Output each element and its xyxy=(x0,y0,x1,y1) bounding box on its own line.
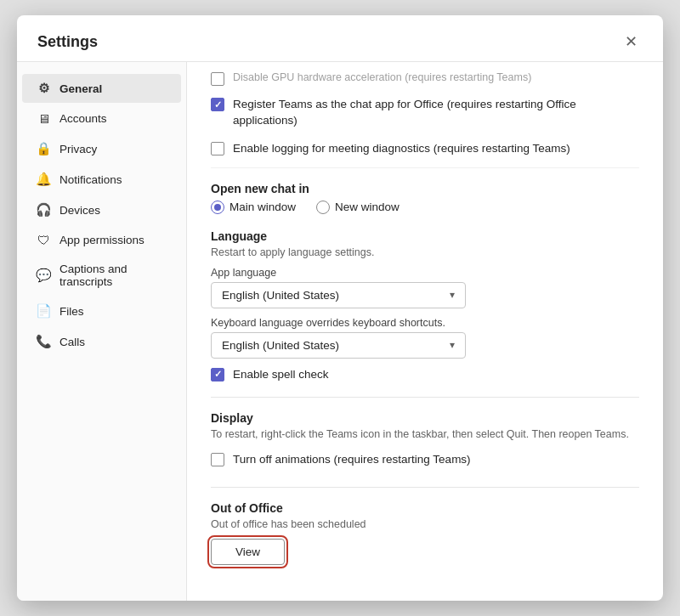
sidebar-item-files[interactable]: 📄 Files xyxy=(22,297,181,325)
animations-label: Turn off animations (requires restarting… xyxy=(233,452,471,468)
sidebar-item-privacy[interactable]: 🔒 Privacy xyxy=(22,134,181,163)
dialog-title: Settings xyxy=(37,33,98,51)
keyboard-language-value: English (United States) xyxy=(222,339,339,352)
spell-check-checkbox[interactable] xyxy=(211,368,224,381)
gpu-checkbox-row: Disable GPU hardware acceleration (requi… xyxy=(211,69,639,88)
top-checkboxes-section: Disable GPU hardware acceleration (requi… xyxy=(211,69,639,168)
spell-check-label: Enable spell check xyxy=(233,368,329,381)
display-section: Display To restart, right-click the Team… xyxy=(211,411,639,472)
sidebar: ⚙ General 🖥 Accounts 🔒 Privacy 🔔 Notific… xyxy=(17,62,187,601)
view-out-of-office-button[interactable]: View xyxy=(211,539,285,565)
language-subtitle: Restart to apply language settings. xyxy=(211,246,639,258)
lock-icon: 🔒 xyxy=(36,141,51,156)
language-title: Language xyxy=(211,229,639,243)
display-title: Display xyxy=(211,411,639,425)
sidebar-label-files: Files xyxy=(60,305,84,318)
sidebar-label-app-permissions: App permissions xyxy=(60,234,144,246)
sidebar-label-captions: Captions and transcripts xyxy=(60,263,167,288)
sidebar-label-devices: Devices xyxy=(60,204,100,217)
out-of-office-section: Out of Office Out of office has been sch… xyxy=(211,501,639,565)
sidebar-item-calls[interactable]: 📞 Calls xyxy=(22,327,181,356)
sidebar-label-calls: Calls xyxy=(60,336,85,348)
gpu-checkbox[interactable] xyxy=(211,72,224,86)
sidebar-label-privacy: Privacy xyxy=(60,143,97,155)
register-teams-row: Register Teams as the chat app for Offic… xyxy=(211,93,639,133)
app-language-dropdown[interactable]: English (United States) ▾ xyxy=(211,282,466,308)
radio-main-window-label: Main window xyxy=(230,201,296,213)
headset-icon: 🎧 xyxy=(36,202,51,218)
sidebar-item-app-permissions[interactable]: 🛡 App permissions xyxy=(22,226,181,254)
radio-main-window-circle xyxy=(211,201,224,214)
out-of-office-title: Out of Office xyxy=(211,501,639,515)
accounts-icon: 🖥 xyxy=(36,111,51,126)
sidebar-item-captions[interactable]: 💬 Captions and transcripts xyxy=(22,256,181,295)
language-section: Language Restart to apply language setti… xyxy=(211,229,639,381)
radio-new-window-label: New window xyxy=(335,201,400,213)
spell-check-row: Enable spell check xyxy=(211,367,639,381)
open-new-chat-section: Open new chat in Main window New window xyxy=(211,182,639,214)
animations-row: Turn off animations (requires restarting… xyxy=(211,449,639,472)
logging-checkbox[interactable] xyxy=(211,142,224,155)
open-chat-radio-group: Main window New window xyxy=(211,201,639,214)
register-teams-checkbox[interactable] xyxy=(211,98,224,111)
gear-icon: ⚙ xyxy=(36,81,51,96)
file-icon: 📄 xyxy=(36,303,51,319)
open-chat-title: Open new chat in xyxy=(211,182,639,195)
radio-main-window[interactable]: Main window xyxy=(211,201,296,214)
dialog-header: Settings ✕ xyxy=(17,15,663,62)
keyboard-language-dropdown[interactable]: English (United States) ▾ xyxy=(211,332,466,359)
sidebar-label-notifications: Notifications xyxy=(60,173,122,186)
captions-icon: 💬 xyxy=(36,268,51,283)
app-language-label: App language xyxy=(211,267,639,279)
register-teams-label: Register Teams as the chat app for Offic… xyxy=(233,97,639,129)
dialog-body: ⚙ General 🖥 Accounts 🔒 Privacy 🔔 Notific… xyxy=(17,62,663,601)
sidebar-item-devices[interactable]: 🎧 Devices xyxy=(22,195,181,224)
sidebar-item-notifications[interactable]: 🔔 Notifications xyxy=(22,165,181,194)
sidebar-label-accounts: Accounts xyxy=(60,112,107,125)
out-of-office-status: Out of office has been scheduled xyxy=(211,518,639,530)
main-content: Disable GPU hardware acceleration (requi… xyxy=(187,62,663,601)
app-language-value: English (United States) xyxy=(222,289,339,302)
sidebar-item-general[interactable]: ⚙ General xyxy=(22,74,181,103)
close-button[interactable]: ✕ xyxy=(620,31,643,53)
sidebar-label-general: General xyxy=(60,82,102,95)
shield-icon: 🛡 xyxy=(36,233,51,247)
display-subtitle: To restart, right-click the Teams icon i… xyxy=(211,428,639,440)
logging-row: Enable logging for meeting diagnostics (… xyxy=(211,138,639,161)
animations-checkbox[interactable] xyxy=(211,453,224,466)
gpu-label: Disable GPU hardware acceleration (requi… xyxy=(233,71,531,83)
settings-dialog: Settings ✕ ⚙ General 🖥 Accounts 🔒 Privac… xyxy=(17,15,663,601)
keyboard-language-label: Keyboard language overrides keyboard sho… xyxy=(211,317,639,329)
logging-label: Enable logging for meeting diagnostics (… xyxy=(233,141,570,157)
section-divider xyxy=(211,397,639,398)
sidebar-item-accounts[interactable]: 🖥 Accounts xyxy=(22,105,181,133)
section-divider-2 xyxy=(211,487,639,488)
phone-icon: 📞 xyxy=(36,334,51,349)
radio-new-window-circle xyxy=(316,201,330,214)
bell-icon: 🔔 xyxy=(36,172,51,187)
app-language-chevron-icon: ▾ xyxy=(450,289,455,301)
keyboard-language-chevron-icon: ▾ xyxy=(450,339,455,351)
radio-new-window[interactable]: New window xyxy=(316,201,400,214)
